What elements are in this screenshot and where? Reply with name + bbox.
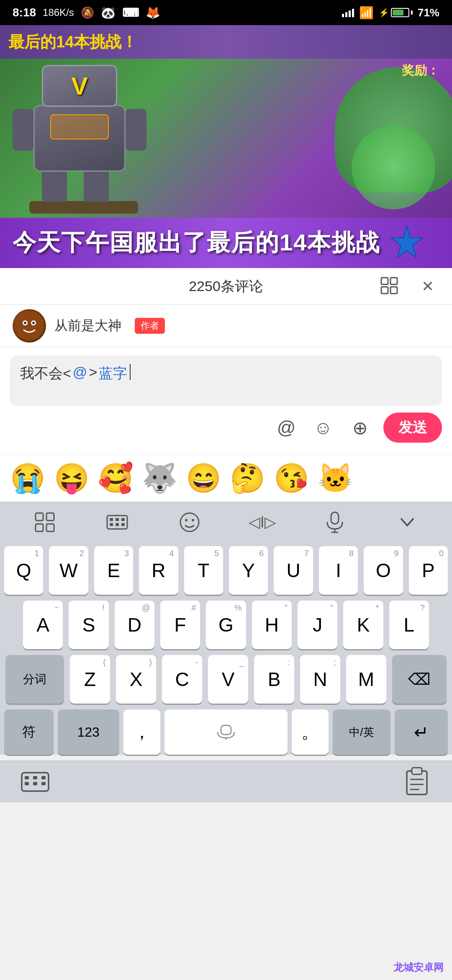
key-p[interactable]: 0P <box>409 546 448 595</box>
key-r[interactable]: 4R <box>139 546 178 595</box>
cursor-button[interactable]: ◁I▷ <box>241 508 283 536</box>
network-speed: 186K/s <box>43 7 74 18</box>
key-f[interactable]: #F <box>160 601 200 649</box>
svg-rect-11 <box>46 513 54 521</box>
emoji-toolbar-button[interactable] <box>169 508 211 536</box>
status-bar-right: 📶 ⚡ 71% <box>342 6 439 20</box>
key-b[interactable]: :B <box>254 655 294 704</box>
svg-rect-34 <box>33 782 37 785</box>
emoji-laugh[interactable]: 😄 <box>186 462 221 495</box>
grid-keyboard-button[interactable] <box>24 508 66 536</box>
key-k[interactable]: *K <box>343 601 383 649</box>
svg-rect-2 <box>390 278 397 284</box>
svg-rect-1 <box>381 278 388 284</box>
svg-rect-16 <box>116 518 119 521</box>
keyboard-toggle-button[interactable] <box>17 763 54 800</box>
game-bottom-bar: 今天下午国服出了最后的14本挑战 <box>0 218 452 268</box>
battery-icon: ⚡ <box>379 8 413 18</box>
key-o[interactable]: 9O <box>364 546 403 595</box>
grid-icon <box>34 511 56 533</box>
svg-point-5 <box>15 311 44 340</box>
emoji-tongue[interactable]: 😝 <box>54 462 90 495</box>
svg-rect-4 <box>390 287 397 294</box>
key-comma[interactable]: ， <box>123 709 160 755</box>
key-t[interactable]: 5T <box>184 546 223 595</box>
expand-button[interactable] <box>378 275 402 298</box>
key-z[interactable]: (Z <box>70 655 110 704</box>
emoji-think[interactable]: 🤔 <box>230 462 265 495</box>
signal-icon <box>342 8 354 17</box>
key-u[interactable]: 7U <box>274 546 313 595</box>
key-period[interactable]: 。 <box>292 709 329 755</box>
input-toolbar: @ ☺ ⊕ 发送 <box>10 406 442 446</box>
key-y[interactable]: 6Y <box>229 546 268 595</box>
key-lang-switch[interactable]: 中/英 <box>333 709 390 755</box>
key-s[interactable]: !S <box>69 601 108 649</box>
key-i[interactable]: 8I <box>319 546 358 595</box>
keyboard-row-1: 1Q 2W 3E 4R 5T 6Y 7U 8I 9O 0P <box>0 546 452 595</box>
key-symbols[interactable]: 符 <box>4 709 54 755</box>
comment-panel: 2250条评论 ✕ 从前是大神 作者 <box>0 268 452 502</box>
keyboard-row-3: 分词 (Z )X -C _V :B ;N M ⌫ <box>0 655 452 704</box>
keyboard-row-2: ~A !S @D #F %G "H "J *K ?L <box>0 601 452 649</box>
svg-rect-19 <box>116 523 119 526</box>
emoji-button[interactable]: ☺ <box>310 414 336 441</box>
send-button[interactable]: 发送 <box>383 413 442 443</box>
svg-marker-0 <box>391 226 423 257</box>
key-c[interactable]: -C <box>162 655 202 704</box>
emoji-love[interactable]: 🥰 <box>98 462 134 495</box>
key-g[interactable]: %G <box>206 601 246 649</box>
keyboard-toggle-icon <box>21 769 50 794</box>
input-text-bracket: > <box>89 364 97 380</box>
key-w[interactable]: 2W <box>49 546 88 595</box>
key-enter[interactable]: ↵ <box>395 709 448 755</box>
emoji-toolbar-icon <box>179 511 200 533</box>
key-space[interactable] <box>164 709 288 755</box>
key-v[interactable]: _V <box>208 655 248 704</box>
emoji-cat[interactable]: 🐱 <box>318 462 353 495</box>
key-fenchi[interactable]: 分词 <box>5 655 64 704</box>
mic-button[interactable] <box>314 508 356 536</box>
keyboard-toolbar: ◁I▷ <box>0 502 452 542</box>
keyboard-row-4: 符 123 ， 。 中/英 ↵ <box>0 709 452 755</box>
svg-rect-10 <box>36 513 43 521</box>
key-x[interactable]: )X <box>116 655 156 704</box>
svg-rect-12 <box>36 524 43 531</box>
emoji-wolf[interactable]: 🐺 <box>142 462 177 495</box>
key-h[interactable]: "H <box>252 601 292 649</box>
key-e[interactable]: 3E <box>94 546 133 595</box>
watermark: 龙城安卓网 <box>393 961 444 974</box>
svg-rect-14 <box>107 516 127 529</box>
comment-input[interactable]: 我不会<@>蓝字 <box>10 356 442 406</box>
input-area[interactable]: 我不会<@>蓝字 @ ☺ ⊕ 发送 <box>0 347 452 454</box>
svg-rect-20 <box>121 523 125 526</box>
key-q[interactable]: 1Q <box>4 546 43 595</box>
close-button[interactable]: ✕ <box>416 275 439 298</box>
emoji-cry[interactable]: 😭 <box>10 462 46 495</box>
clipboard-button[interactable] <box>398 763 435 800</box>
game-image-area: V 奖励： <box>0 59 452 218</box>
collapse-button[interactable] <box>386 508 428 536</box>
key-n[interactable]: ;N <box>300 655 340 704</box>
emoji-row: 😭 😝 🥰 🐺 😄 🤔 😘 🐱 <box>0 454 452 502</box>
status-bar-left: 8:18 186K/s 🔕 🐼 ⌨ 🦊 <box>13 6 160 20</box>
key-l[interactable]: ?L <box>389 601 429 649</box>
add-button[interactable]: ⊕ <box>347 414 373 441</box>
app-icon-3: 🦊 <box>146 6 160 20</box>
smiley-icon: ☺ <box>314 417 333 438</box>
key-a[interactable]: ~A <box>23 601 63 649</box>
key-123[interactable]: 123 <box>58 709 119 755</box>
at-button[interactable]: @ <box>273 414 300 441</box>
input-blue-text: 蓝字 <box>99 364 127 383</box>
key-m[interactable]: M <box>346 655 386 704</box>
keyboard-icon <box>106 513 128 531</box>
game-banner-top: 最后的14本挑战！ <box>0 25 452 59</box>
keyboard-switch-button[interactable] <box>96 508 138 536</box>
chevron-down-icon <box>398 513 416 531</box>
key-d[interactable]: @D <box>115 601 154 649</box>
battery-percent: 71% <box>418 6 439 19</box>
emoji-kiss[interactable]: 😘 <box>274 462 309 495</box>
key-delete[interactable]: ⌫ <box>392 655 447 704</box>
key-j[interactable]: "J <box>298 601 337 649</box>
svg-rect-18 <box>110 523 113 526</box>
